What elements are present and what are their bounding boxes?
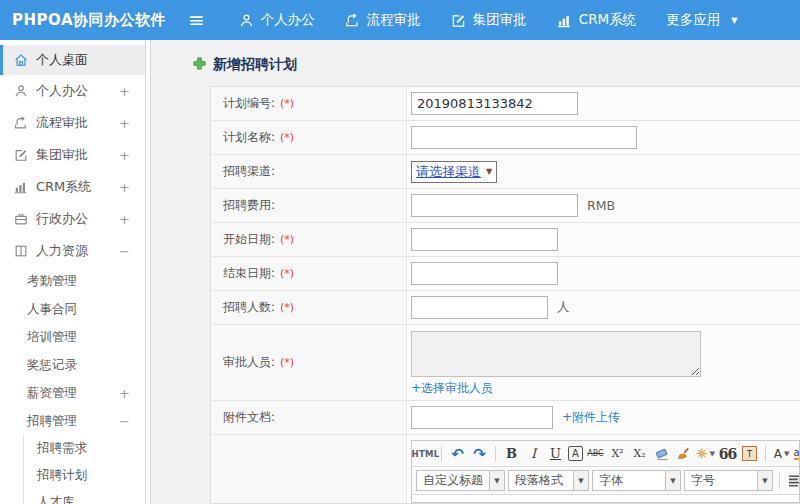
start-date-input[interactable] bbox=[411, 228, 558, 251]
headcount-input[interactable] bbox=[411, 296, 548, 319]
sidebar-item-crm[interactable]: CRM系统 + bbox=[0, 171, 145, 203]
sidebar-item-human-resources[interactable]: 人力资源 − bbox=[0, 235, 145, 267]
clear-format-icon[interactable]: ▼ bbox=[696, 444, 715, 464]
nav-label: 更多应用 bbox=[666, 11, 720, 29]
form-row-attachment: 附件文档: +附件上传 bbox=[211, 401, 800, 435]
font-family-dropdown[interactable]: 字体 ▼ bbox=[592, 470, 681, 491]
collapse-toggle[interactable]: − bbox=[119, 244, 145, 259]
expand-toggle[interactable]: + bbox=[119, 180, 145, 195]
nav-label: 集团审批 bbox=[473, 11, 527, 29]
expand-toggle[interactable]: + bbox=[119, 84, 145, 99]
approvers-textarea[interactable] bbox=[411, 331, 701, 377]
sidebar-item-label: 流程审批 bbox=[36, 114, 88, 132]
expand-toggle[interactable]: + bbox=[119, 386, 145, 401]
page-title-text: 新增招聘计划 bbox=[213, 56, 297, 74]
chevron-down-icon[interactable]: ▼ bbox=[665, 471, 680, 490]
app-logo: PHPOA协同办公软件 bbox=[0, 11, 188, 30]
channel-select[interactable]: 请选择渠道 ▼ bbox=[411, 161, 497, 183]
attachment-input[interactable] bbox=[411, 406, 553, 429]
end-date-input[interactable] bbox=[411, 262, 558, 285]
eraser-icon[interactable] bbox=[652, 444, 671, 464]
required-mark: (*) bbox=[280, 301, 294, 314]
required-mark: (*) bbox=[280, 97, 294, 110]
superscript-button[interactable]: X² bbox=[608, 444, 627, 464]
nav-item-group-approval[interactable]: 集团审批 bbox=[451, 11, 527, 29]
expand-toggle[interactable]: + bbox=[119, 212, 145, 227]
form-row-fee: 招聘费用: RMB bbox=[211, 189, 800, 223]
strikethrough-button[interactable]: ABC bbox=[586, 444, 605, 464]
sidebar-item-workflow-approval[interactable]: 流程审批 + bbox=[0, 107, 145, 139]
dropdown-value: 字号 bbox=[685, 472, 757, 489]
chevron-down-icon: ▼ bbox=[486, 167, 492, 176]
nav-item-more-apps[interactable]: 更多应用 ▼ bbox=[666, 11, 737, 29]
sidebar-item-label: 薪资管理 bbox=[27, 385, 77, 402]
field-label: 附件文档: bbox=[223, 409, 275, 426]
workflow-icon bbox=[14, 116, 28, 130]
sidebar-item-recruit-plan[interactable]: 招聘计划 bbox=[24, 462, 145, 489]
highlight-color-button[interactable]: ab▼ bbox=[794, 444, 799, 464]
expand-toggle[interactable]: + bbox=[119, 116, 145, 131]
custom-title-dropdown[interactable]: 自定义标题 ▼ bbox=[416, 470, 505, 491]
book-icon bbox=[14, 244, 28, 258]
nav-item-personal-office[interactable]: 个人办公 bbox=[239, 11, 315, 29]
plan-no-input[interactable] bbox=[411, 92, 578, 115]
font-color-button[interactable]: A▼ bbox=[772, 444, 791, 464]
required-mark: (*) bbox=[280, 233, 294, 246]
chevron-down-icon[interactable]: ▼ bbox=[573, 471, 588, 490]
border-text-button[interactable]: A bbox=[568, 446, 583, 461]
sidebar-item-personal-office[interactable]: 个人办公 + bbox=[0, 75, 145, 107]
home-icon bbox=[14, 53, 28, 67]
attachment-upload-link[interactable]: +附件上传 bbox=[562, 409, 620, 426]
page-title: 新增招聘计划 bbox=[193, 56, 800, 74]
plan-name-input[interactable] bbox=[411, 126, 637, 149]
sidebar-item-hr-contract[interactable]: 人事合同 bbox=[0, 295, 145, 323]
nav-item-crm[interactable]: CRM系统 bbox=[557, 11, 636, 29]
chevron-down-icon[interactable]: ▼ bbox=[757, 471, 772, 490]
form-row-approvers: 审批人员: (*) +选择审批人员 bbox=[211, 325, 800, 401]
paste-text-icon[interactable]: T bbox=[740, 444, 759, 464]
chevron-down-icon[interactable]: ▼ bbox=[489, 471, 504, 490]
sidebar-item-recruitment[interactable]: 招聘管理 − bbox=[0, 407, 145, 435]
redo-icon[interactable]: ↷ bbox=[470, 444, 489, 464]
sidebar-item-label: 行政办公 bbox=[36, 210, 88, 228]
paragraph-format-dropdown[interactable]: 段落格式 ▼ bbox=[508, 470, 589, 491]
sidebar-item-training[interactable]: 培训管理 bbox=[0, 323, 145, 351]
user-icon bbox=[239, 13, 254, 28]
select-approvers-link[interactable]: +选择审批人员 bbox=[411, 380, 493, 397]
sidebar-item-rewards[interactable]: 奖惩记录 bbox=[0, 351, 145, 379]
blockquote-button[interactable]: 66 bbox=[718, 444, 737, 464]
underline-button[interactable]: U bbox=[546, 444, 565, 464]
collapse-toggle[interactable]: − bbox=[119, 414, 145, 429]
sidebar-item-admin-office[interactable]: 行政办公 + bbox=[0, 203, 145, 235]
sidebar-item-group-approval[interactable]: 集团审批 + bbox=[0, 139, 145, 171]
editor-content-area[interactable] bbox=[412, 495, 799, 502]
sidebar-item-label: CRM系统 bbox=[36, 178, 91, 196]
sidebar-item-salary[interactable]: 薪资管理 + bbox=[0, 379, 145, 407]
sidebar-item-attendance[interactable]: 考勤管理 bbox=[0, 267, 145, 295]
chevron-down-icon: ▼ bbox=[710, 450, 715, 458]
editor-empty-label bbox=[211, 435, 407, 503]
fee-unit: RMB bbox=[587, 198, 615, 213]
nav-item-workflow-approval[interactable]: 流程审批 bbox=[345, 11, 421, 29]
form-row-plan-no: 计划编号: (*) bbox=[211, 87, 800, 121]
undo-icon[interactable]: ↶ bbox=[448, 444, 467, 464]
font-size-dropdown[interactable]: 字号 ▼ bbox=[684, 470, 773, 491]
field-label: 计划名称: bbox=[223, 129, 275, 146]
editor-toolbar-row1: HTML ↶ ↷ B I U A ABC X² X₂ bbox=[412, 441, 799, 467]
bar-chart-icon bbox=[557, 13, 572, 28]
format-brush-icon[interactable] bbox=[674, 444, 693, 464]
fee-input[interactable] bbox=[411, 194, 578, 217]
sidebar-item-recruit-demand[interactable]: 招聘需求 bbox=[24, 435, 145, 462]
sidebar-item-label: 招聘计划 bbox=[37, 467, 87, 484]
sidebar-item-talent-pool[interactable]: 人才库 bbox=[24, 489, 145, 504]
expand-toggle[interactable]: + bbox=[119, 148, 145, 163]
paste-text-glyph: T bbox=[742, 446, 757, 461]
italic-button[interactable]: I bbox=[524, 444, 543, 464]
subscript-button[interactable]: X₂ bbox=[630, 444, 649, 464]
sidebar-item-personal-desktop[interactable]: 个人桌面 bbox=[0, 45, 145, 75]
bold-button[interactable]: B bbox=[502, 444, 521, 464]
briefcase-icon bbox=[14, 212, 28, 226]
align-left-icon[interactable] bbox=[786, 471, 799, 491]
html-source-button[interactable]: HTML bbox=[416, 444, 435, 464]
hamburger-icon[interactable]: ≡ bbox=[188, 10, 205, 30]
